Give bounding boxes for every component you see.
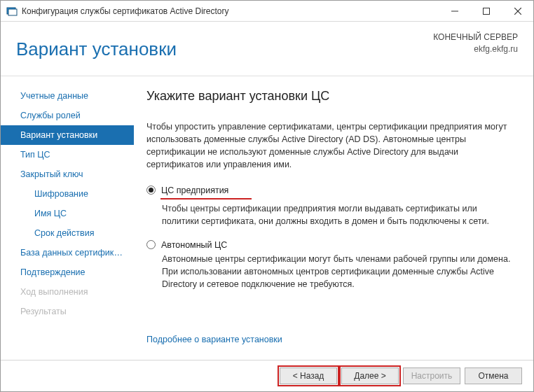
- sidebar-item-0[interactable]: Учетные данные: [1, 86, 134, 106]
- titlebar: Конфигурация службы сертификатов Active …: [1, 1, 533, 22]
- svg-rect-1: [8, 9, 17, 15]
- sidebar-item-2[interactable]: Вариант установки: [1, 125, 134, 145]
- radio-row-standalone-ca[interactable]: Автономный ЦС: [146, 240, 516, 250]
- target-server: ekfg.ekfg.ru: [433, 43, 518, 55]
- sidebar-item-11: Результаты: [1, 302, 134, 321]
- next-button[interactable]: Далее >: [341, 368, 399, 384]
- target-meta: КОНЕЧНЫЙ СЕРВЕР ekfg.ekfg.ru: [433, 31, 518, 55]
- option-standalone-ca: Автономный ЦСАвтономные центры сертифика…: [146, 240, 516, 290]
- radio-label-standalone-ca: Автономный ЦС: [161, 240, 227, 250]
- wizard-body: Учетные данныеСлужбы ролейВариант устано…: [1, 76, 533, 360]
- close-button[interactable]: [502, 1, 533, 22]
- radio-standalone-ca[interactable]: [146, 240, 156, 249]
- sidebar-item-8[interactable]: База данных сертификат...: [1, 243, 134, 262]
- wizard-header: Вариант установки КОНЕЧНЫЙ СЕРВЕР ekfg.e…: [1, 22, 533, 76]
- configure-button: Настроить: [403, 368, 460, 384]
- sidebar-item-4[interactable]: Закрытый ключ: [1, 164, 134, 184]
- app-icon: [6, 6, 18, 17]
- wizard-window: Конфигурация службы сертификатов Active …: [0, 0, 534, 392]
- sidebar-item-5[interactable]: Шифрование: [1, 184, 134, 204]
- option-enterprise-ca: ЦС предприятияЧтобы центры сертификации …: [146, 186, 516, 227]
- target-label: КОНЕЧНЫЙ СЕРВЕР: [433, 31, 518, 43]
- sidebar-item-7[interactable]: Срок действия: [1, 223, 134, 243]
- minimize-button[interactable]: [439, 1, 470, 22]
- intro-text: Чтобы упростить управление сертификатами…: [146, 120, 516, 172]
- wizard-main: Укажите вариант установки ЦС Чтобы упрос…: [134, 76, 533, 360]
- radio-row-enterprise-ca[interactable]: ЦС предприятия: [146, 186, 516, 195]
- back-button[interactable]: < Назад: [280, 368, 337, 384]
- main-heading: Укажите вариант установки ЦС: [146, 89, 516, 104]
- more-info-link[interactable]: Подробнее о варианте установки: [146, 329, 516, 353]
- window-title: Конфигурация службы сертификатов Active …: [22, 6, 439, 16]
- page-title: Вариант установки: [16, 38, 433, 60]
- sidebar-item-10: Ход выполнения: [1, 282, 134, 302]
- maximize-button[interactable]: [470, 1, 502, 22]
- sidebar-item-6[interactable]: Имя ЦС: [1, 204, 134, 223]
- wizard-footer: < Назад Далее > Настроить Отмена: [1, 360, 533, 391]
- wizard-sidebar: Учетные данныеСлужбы ролейВариант устано…: [1, 76, 134, 360]
- sidebar-item-9[interactable]: Подтверждение: [1, 262, 134, 282]
- radio-enterprise-ca[interactable]: [146, 186, 156, 195]
- sidebar-item-3[interactable]: Тип ЦС: [1, 145, 134, 164]
- highlight-underline: [160, 198, 252, 200]
- svg-rect-3: [483, 8, 489, 14]
- options-group: ЦС предприятияЧтобы центры сертификации …: [146, 186, 516, 304]
- cancel-button[interactable]: Отмена: [465, 368, 522, 384]
- option-desc-standalone-ca: Автономные центры сертификации могут быт…: [162, 253, 516, 290]
- option-desc-enterprise-ca: Чтобы центры сертификации предприятия мо…: [162, 202, 516, 227]
- radio-label-enterprise-ca: ЦС предприятия: [161, 186, 228, 195]
- sidebar-item-1[interactable]: Службы ролей: [1, 106, 134, 125]
